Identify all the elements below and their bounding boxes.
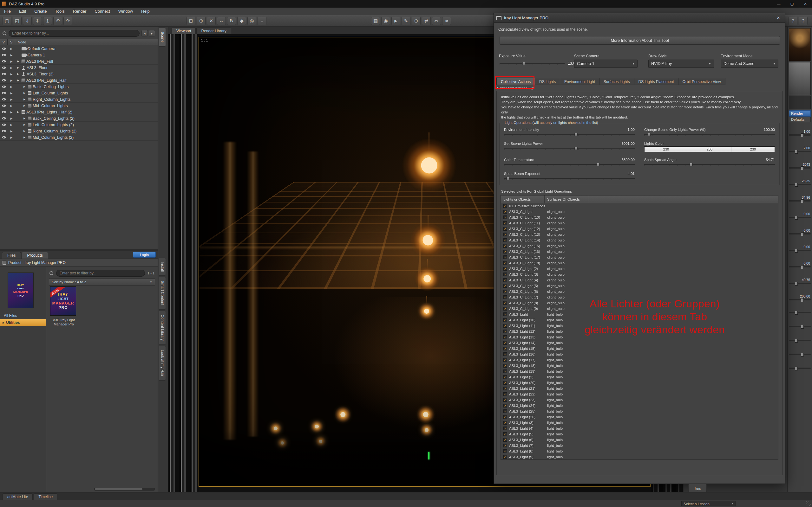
checkbox-checked[interactable] bbox=[503, 227, 507, 231]
horizontal-scrollbar[interactable] bbox=[94, 488, 155, 491]
dialog-tab[interactable]: Surfaces Lights bbox=[599, 78, 634, 85]
render-setting-slider[interactable] bbox=[789, 347, 811, 361]
setting-slider[interactable] bbox=[789, 134, 811, 135]
light-row[interactable]: ASL3_C_Light clight_bulb bbox=[501, 209, 778, 215]
light-row[interactable]: ASL3_Light (10) light_bulb bbox=[501, 317, 778, 323]
checkbox-checked[interactable] bbox=[503, 284, 507, 288]
sort-dropdown[interactable]: Sort by Name : A to Z ▼ bbox=[49, 279, 155, 285]
checkbox-checked[interactable] bbox=[503, 352, 507, 356]
setting-slider[interactable] bbox=[789, 299, 811, 300]
slider-handle[interactable] bbox=[507, 177, 509, 180]
list-tool-icon[interactable]: ≡ bbox=[258, 17, 266, 25]
scene-tree-row[interactable]: Left_Column_Lights (2) bbox=[0, 122, 158, 128]
light-row[interactable]: ASL3_C_Light (16) clight_bulb bbox=[501, 249, 778, 255]
light-row[interactable]: ASL3_Light (17) light_bulb bbox=[501, 357, 778, 363]
visibility-eye-icon[interactable] bbox=[2, 116, 6, 120]
scene-tree-row[interactable]: Left_Column_Lights bbox=[0, 90, 158, 96]
light-row[interactable]: ASL3_C_Light (12) clight_bulb bbox=[501, 226, 778, 232]
exposure-slider[interactable] bbox=[500, 61, 565, 65]
content-tab[interactable]: Files bbox=[2, 252, 21, 259]
new-file-icon[interactable]: ▢ bbox=[3, 17, 11, 25]
render-setting-row[interactable]: 0.00 bbox=[789, 239, 811, 256]
dialog-tab[interactable]: Collective Actions bbox=[496, 78, 535, 85]
checkbox-checked[interactable] bbox=[503, 381, 507, 385]
wave-icon[interactable]: ≈ bbox=[442, 17, 451, 25]
expand-arrow-icon[interactable] bbox=[23, 117, 27, 120]
light-row[interactable]: ASL3_Light (11) light_bulb bbox=[501, 323, 778, 329]
select-pointer-icon[interactable] bbox=[10, 104, 13, 107]
expand-arrow-icon[interactable] bbox=[23, 123, 27, 126]
select-pointer-icon[interactable] bbox=[10, 130, 13, 133]
visibility-eye-icon[interactable] bbox=[2, 84, 6, 89]
checkbox-checked[interactable] bbox=[503, 341, 507, 345]
dialog-tab[interactable]: DS Lights Placement bbox=[634, 78, 678, 85]
translate-tool-icon[interactable]: ↔ bbox=[217, 17, 226, 25]
bottom-tab[interactable]: Timeline bbox=[34, 493, 57, 500]
tips-tab[interactable]: Tips bbox=[688, 484, 707, 492]
menu-item[interactable]: File bbox=[0, 8, 15, 15]
scene-tree-row[interactable]: Mid_Column_Lights bbox=[0, 103, 158, 109]
light-row[interactable]: ASL3_Light (26) light_bulb bbox=[501, 414, 778, 420]
render-setting-row[interactable]: 2.00 bbox=[789, 141, 811, 157]
light-row[interactable]: ASL3_Light (5) light_bulb bbox=[501, 431, 778, 437]
render-setting-row[interactable]: 0.00 bbox=[789, 223, 811, 239]
expand-arrow-icon[interactable] bbox=[23, 85, 27, 88]
checkbox-checked[interactable] bbox=[503, 398, 507, 402]
menu-item[interactable]: Create bbox=[30, 8, 51, 15]
scale-tool-icon[interactable]: ◆ bbox=[237, 17, 246, 25]
menu-item[interactable]: Window bbox=[114, 8, 137, 15]
side-tab[interactable]: Content Library bbox=[159, 311, 166, 345]
checkbox-checked[interactable] bbox=[503, 387, 507, 390]
dialog-tab[interactable]: DS Lights bbox=[535, 78, 560, 85]
environment-thumbnail[interactable] bbox=[789, 96, 811, 109]
menu-item[interactable]: Tools bbox=[51, 8, 68, 15]
edit-icon[interactable]: ✎ bbox=[402, 17, 410, 25]
light-row[interactable]: ASL3_C_Light (7) clight_bulb bbox=[501, 294, 778, 300]
beam-exponent-control[interactable]: Spots Beam Exponent4.01 bbox=[504, 172, 635, 182]
select-pointer-icon[interactable] bbox=[10, 66, 13, 69]
close-button[interactable]: ✕ bbox=[799, 0, 812, 8]
spread-angle-control[interactable]: Spots Spread Angle54.71 bbox=[644, 158, 775, 168]
checkbox-checked[interactable] bbox=[503, 432, 507, 436]
whats-this-icon[interactable]: ? bbox=[789, 17, 798, 25]
dialog-close-button[interactable]: ✕ bbox=[774, 14, 782, 21]
light-row[interactable]: ASL3_Light (22) light_bulb bbox=[501, 391, 778, 397]
expand-arrow-icon[interactable] bbox=[23, 98, 27, 101]
light-row[interactable]: ASL3_C_Light (14) clight_bulb bbox=[501, 237, 778, 243]
render-setting-slider[interactable] bbox=[789, 333, 811, 347]
setting-slider[interactable] bbox=[789, 266, 811, 268]
checkbox-checked[interactable] bbox=[503, 449, 507, 453]
checkbox-checked[interactable] bbox=[503, 364, 507, 368]
select-pointer-icon[interactable] bbox=[10, 79, 13, 82]
side-tab[interactable]: Scene bbox=[159, 27, 166, 47]
defaults-tab[interactable]: Defaults bbox=[789, 117, 811, 122]
maximize-button[interactable]: ▢ bbox=[785, 0, 799, 8]
draw-style-dropdown[interactable]: NVIDIA Iray▼ bbox=[648, 60, 714, 68]
light-row[interactable]: ASL3_Light (14) light_bulb bbox=[501, 340, 778, 346]
visibility-eye-icon[interactable] bbox=[2, 47, 6, 51]
light-row[interactable]: ASL3_Light (12) light_bulb bbox=[501, 329, 778, 334]
checkbox-checked[interactable] bbox=[503, 250, 507, 253]
redo-icon[interactable]: ↷ bbox=[63, 17, 72, 25]
add-child-icon[interactable]: ⊕ bbox=[197, 17, 206, 25]
open-file-icon[interactable]: ◱ bbox=[13, 17, 21, 25]
login-button[interactable]: Login bbox=[133, 251, 156, 258]
light-row[interactable]: ASL3_C_Light (17) clight_bulb bbox=[501, 255, 778, 260]
expand-arrow-icon[interactable] bbox=[23, 104, 27, 107]
checkbox-checked[interactable] bbox=[503, 278, 507, 282]
expand-arrow-icon[interactable] bbox=[17, 60, 20, 63]
checkbox-checked[interactable] bbox=[503, 335, 507, 339]
subtab-label[interactable]: Power And Balance Lights bbox=[497, 86, 534, 90]
light-row[interactable]: ASL3_C_Light (10) clight_bulb bbox=[501, 215, 778, 220]
light-row[interactable]: ASL3_Light (7) light_bulb bbox=[501, 443, 778, 448]
environment-thumbnail[interactable] bbox=[789, 28, 811, 61]
visibility-eye-icon[interactable] bbox=[2, 129, 6, 133]
bottom-tab[interactable]: aniMate Lite bbox=[3, 493, 33, 500]
checkbox-checked[interactable] bbox=[503, 358, 507, 362]
slider-handle[interactable] bbox=[522, 62, 525, 65]
color-temperature-control[interactable]: Color Temperature6500.00 bbox=[504, 158, 635, 168]
product-thumbnail[interactable]: IRAYLIGHTMANAGERPRO Script bbox=[50, 286, 76, 316]
select-pointer-icon[interactable] bbox=[10, 98, 13, 101]
light-row[interactable]: ASL3_Light (6) light_bulb bbox=[501, 437, 778, 443]
menu-item[interactable]: Help bbox=[137, 8, 154, 15]
